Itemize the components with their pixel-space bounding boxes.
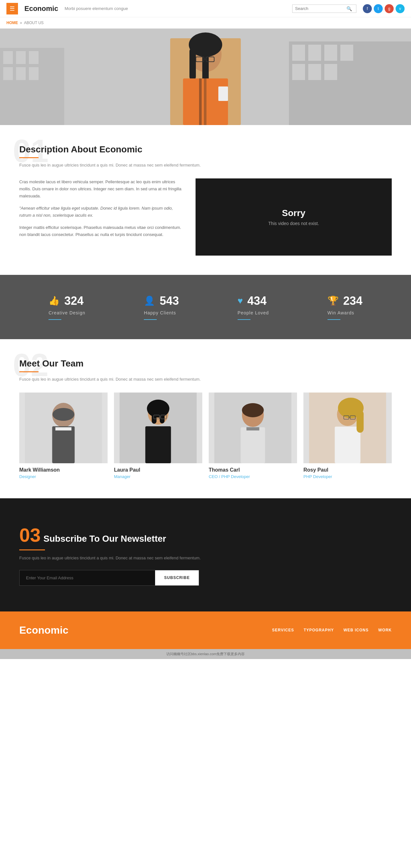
section-title-wrap: Description About Economic (19, 144, 392, 158)
footer-link-web-icons[interactable]: WEB ICONS (344, 628, 369, 632)
footer-link-work[interactable]: WORK (378, 628, 392, 632)
stat-underline-4 (328, 319, 340, 320)
stat-number-3: 434 (247, 294, 267, 308)
team-name-thomas: Thomas Carl (209, 467, 297, 473)
svg-rect-35 (145, 426, 171, 463)
team-header-wrapper: 02 Meet Our Team (19, 359, 392, 372)
svg-rect-25 (199, 79, 202, 125)
stats-section: 👍 324 Creative Design 👤 543 Happy Client… (0, 275, 411, 339)
stat-happy-clients: 👤 543 Happy Clients (144, 294, 179, 320)
desc-quote: "Aenean efficitur vitae ligula eget vulp… (19, 205, 183, 219)
google-plus-icon[interactable]: g (385, 4, 393, 13)
stat-win-awards: 🏆 234 Win Awards (328, 294, 363, 320)
svg-rect-49 (335, 427, 361, 463)
svg-rect-26 (204, 79, 206, 125)
search-container: 🔍 (292, 4, 356, 13)
team-grid: Mark Williamson Designer Laura (19, 393, 392, 479)
video-message: This video does not exist. (268, 221, 319, 226)
svg-rect-31 (56, 427, 72, 431)
search-icon[interactable]: 🔍 (346, 6, 352, 11)
breadcrumb: HOME » ABOUT US (0, 18, 411, 29)
svg-point-32 (53, 408, 74, 421)
team-role-rosy[interactable]: PHP Developer (303, 474, 392, 479)
newsletter-header: 03 Subscribe To Our Newsletter (19, 524, 392, 550)
svg-rect-10 (308, 45, 321, 61)
stat-label-4: Win Awards (328, 310, 354, 315)
team-card-rosy: Rosy Paul PHP Developer (303, 393, 392, 479)
vimeo-icon[interactable]: v (396, 4, 405, 13)
stat-creative-design: 👍 324 Creative Design (48, 294, 85, 320)
stat-underline-1 (48, 319, 61, 320)
description-content: Cras molestie lacus et libero vehicula s… (19, 179, 392, 255)
social-icons: f t g v (363, 4, 405, 13)
description-section: 01 Description About Economic Fusce quis… (0, 125, 411, 275)
team-title-wrap: Meet Our Team (19, 359, 392, 372)
search-input[interactable] (295, 6, 346, 11)
hero-image (0, 29, 411, 125)
person-icon: 👤 (144, 296, 155, 306)
newsletter-section: 03 Subscribe To Our Newsletter Fusce qui… (0, 498, 411, 612)
team-card-thomas: Thomas Carl CEO / PHP Developer (209, 393, 297, 479)
email-input[interactable] (20, 570, 155, 585)
hero-background (0, 29, 411, 125)
footer-link-services[interactable]: SERVICES (272, 628, 294, 632)
svg-rect-4 (29, 51, 38, 64)
footer-links: SERVICES TYPOGRAPHY WEB ICONS WORK (272, 628, 392, 632)
svg-rect-13 (292, 64, 305, 80)
svg-rect-3 (16, 51, 26, 64)
thumbs-up-icon: 👍 (48, 296, 60, 306)
team-card-laura: Laura Paul Manager (114, 393, 202, 479)
team-role-mark[interactable]: Designer (19, 474, 108, 479)
section-header-wrapper: 01 Description About Economic (19, 144, 392, 158)
hamburger-icon: ☰ (10, 5, 15, 12)
stat-row-4: 🏆 234 (328, 294, 363, 308)
stat-label-3: People Loved (238, 310, 269, 315)
team-photo-mark (19, 393, 108, 463)
svg-rect-27 (218, 87, 228, 101)
stat-row-2: 👤 543 (144, 294, 179, 308)
team-section: 02 Meet Our Team Fusce quis leo in augue… (0, 339, 411, 498)
team-name-mark: Mark Williamson (19, 467, 108, 473)
hamburger-button[interactable]: ☰ (6, 3, 18, 14)
description-subtitle: Fusce quis leo in augue ultricies tincid… (19, 162, 392, 169)
twitter-icon[interactable]: t (374, 4, 383, 13)
newsletter-subtitle: Fusce quis leo in augue ultricies tincid… (19, 556, 392, 560)
breadcrumb-current: ABOUT US (24, 21, 44, 25)
breadcrumb-home[interactable]: HOME (6, 21, 18, 25)
desc-para-3: Integer mattis efficitur scelerisque. Ph… (19, 224, 183, 238)
team-role-thomas[interactable]: CEO / PHP Developer (209, 474, 297, 479)
video-placeholder: Sorry This video does not exist. (196, 179, 392, 255)
watermark: 访问幽幽号社区bbs.xienlao.com免费下载更多内容 (0, 649, 411, 659)
newsletter-number: 03 (19, 524, 41, 546)
team-name-laura: Laura Paul (114, 467, 202, 473)
svg-rect-45 (247, 427, 260, 431)
team-photo-rosy (303, 393, 392, 463)
team-name-rosy: Rosy Paul (303, 467, 392, 473)
stat-number-2: 543 (160, 294, 179, 308)
footer-link-typography[interactable]: TYPOGRAPHY (304, 628, 334, 632)
stat-label-2: Happy Clients (144, 310, 176, 315)
section-underline (19, 157, 38, 158)
footer-brand: Economic (19, 624, 68, 636)
stat-number-1: 324 (64, 294, 83, 308)
stat-underline-3 (238, 319, 250, 320)
svg-rect-51 (357, 410, 364, 433)
svg-point-46 (242, 403, 264, 417)
svg-rect-15 (324, 64, 337, 80)
team-photo-laura (114, 393, 202, 463)
desc-para-1: Cras molestie lacus et libero vehicula s… (19, 179, 183, 199)
subscribe-button[interactable]: SUBSCRIBE (155, 570, 199, 585)
stat-label-1: Creative Design (48, 310, 85, 315)
svg-rect-20 (202, 46, 209, 82)
site-title: Economic (24, 4, 58, 13)
svg-rect-11 (324, 45, 337, 61)
footer: Economic SERVICES TYPOGRAPHY WEB ICONS W… (0, 612, 411, 649)
svg-rect-30 (52, 426, 75, 463)
trophy-icon: 🏆 (328, 296, 339, 306)
svg-rect-12 (340, 45, 353, 61)
facebook-icon[interactable]: f (363, 4, 372, 13)
header: ☰ Economic Morbi posuere elementum congu… (0, 0, 411, 18)
hero-section (0, 29, 411, 125)
team-role-laura[interactable]: Manager (114, 474, 202, 479)
email-form: SUBSCRIBE (19, 570, 199, 586)
